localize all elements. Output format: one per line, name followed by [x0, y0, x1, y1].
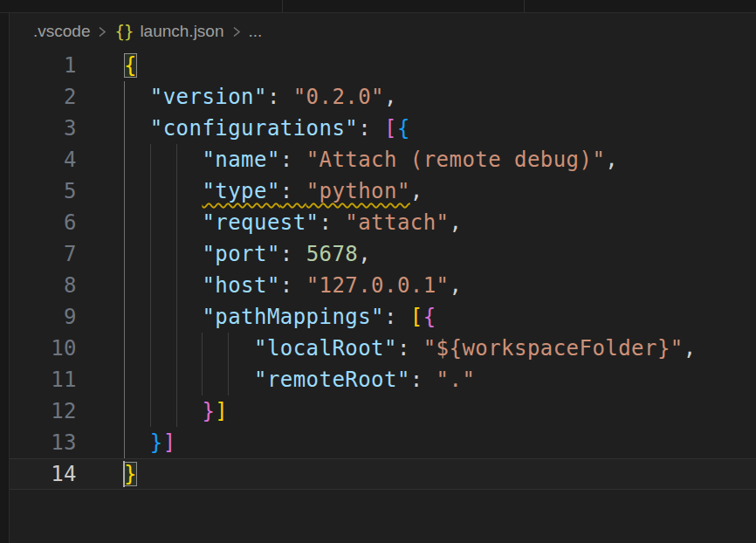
code-token: {	[423, 305, 436, 329]
code-text: "host": "127.0.0.1",	[124, 270, 462, 301]
text-cursor	[123, 461, 125, 487]
code-token: :	[397, 336, 423, 361]
code-text: "remoteRoot": "."	[124, 364, 475, 395]
code-token: ,	[384, 85, 397, 109]
code-token: :	[280, 273, 306, 298]
code-line[interactable]: 10 "localRoot": "${workspaceFolder}",	[0, 333, 756, 364]
code-token: :	[358, 116, 384, 141]
breadcrumb-folder[interactable]: .vscode	[33, 22, 90, 41]
breadcrumb-file[interactable]: launch.json	[140, 22, 223, 41]
code-token: "Attach (remote debug)"	[306, 148, 606, 172]
line-number[interactable]: 4	[9, 144, 77, 175]
code-token: "${workspaceFolder}"	[423, 336, 684, 361]
line-number[interactable]: 12	[9, 395, 77, 427]
code-token: ,	[605, 148, 618, 172]
code-token	[124, 179, 202, 203]
code-line[interactable]: 1{	[0, 50, 756, 81]
code-token: ,	[684, 336, 697, 361]
code-token: }	[124, 462, 137, 486]
code-line[interactable]: 11 "remoteRoot": "."	[0, 364, 756, 395]
code-token: ]	[163, 430, 176, 455]
line-number[interactable]: 6	[9, 207, 77, 238]
line-number[interactable]: 7	[9, 238, 77, 270]
code-line[interactable]: 14}	[0, 458, 756, 490]
line-number[interactable]: 13	[9, 427, 77, 458]
code-text: "pathMappings": [{	[124, 301, 436, 333]
breadcrumb: .vscode {} launch.json ...	[10, 13, 756, 50]
code-token: "python"	[306, 179, 410, 203]
code-line[interactable]: 6 "request": "attach",	[0, 207, 756, 238]
code-token: ,	[450, 273, 463, 298]
code-token: {	[397, 116, 410, 141]
code-token: "version"	[150, 85, 267, 109]
code-text: }]	[124, 395, 228, 427]
line-number[interactable]: 1	[9, 50, 77, 81]
code-token: }	[150, 430, 163, 455]
code-token	[124, 430, 150, 455]
code-token: "."	[436, 368, 476, 392]
code-token: "name"	[202, 148, 279, 172]
code-text: "version": "0.2.0",	[124, 81, 397, 113]
code-text: "type": "python",	[124, 175, 423, 207]
tab-bar	[0, 0, 756, 13]
line-number[interactable]: 3	[9, 113, 77, 144]
code-line[interactable]: 8 "host": "127.0.0.1",	[0, 270, 756, 301]
line-number[interactable]: 2	[9, 81, 77, 113]
code-token	[124, 85, 150, 109]
chevron-right-icon	[231, 24, 242, 39]
code-token: :	[280, 179, 306, 203]
code-token: "127.0.0.1"	[306, 273, 450, 298]
code-line[interactable]: 5 "type": "python",	[0, 175, 756, 207]
tab-separator	[282, 0, 283, 12]
code-line[interactable]: 13 }]	[0, 427, 756, 458]
code-text: "request": "attach",	[124, 207, 462, 238]
line-number[interactable]: 9	[9, 301, 77, 333]
code-line[interactable]: 12 }]	[0, 395, 756, 427]
breadcrumb-symbol-more[interactable]: ...	[249, 22, 263, 41]
line-number[interactable]: 11	[9, 364, 77, 395]
code-token: :	[267, 85, 293, 109]
code-token: ,	[358, 242, 371, 266]
code-token: "0.2.0"	[293, 85, 384, 109]
code-token: :	[320, 210, 346, 235]
code-token: "type"	[202, 179, 279, 203]
json-file-icon: {}	[114, 22, 133, 41]
code-token: {	[124, 53, 137, 78]
code-line[interactable]: 7 "port": 5678,	[0, 238, 756, 270]
code-token: "pathMappings"	[202, 305, 384, 329]
line-number[interactable]: 10	[9, 333, 77, 364]
code-token: ,	[450, 210, 463, 235]
code-token: "attach"	[345, 210, 449, 235]
code-token: [	[384, 116, 397, 141]
code-line[interactable]: 2 "version": "0.2.0",	[0, 81, 756, 113]
code-token: ]	[215, 399, 228, 423]
code-token: 5678	[306, 242, 359, 266]
code-token	[124, 305, 202, 329]
code-token: }	[202, 399, 215, 423]
code-token	[124, 242, 202, 266]
code-text: "port": 5678,	[124, 238, 371, 270]
sidebar-edge	[0, 0, 10, 543]
code-text: {	[124, 50, 137, 81]
code-line[interactable]: 9 "pathMappings": [{	[0, 301, 756, 333]
line-number[interactable]: 8	[9, 270, 77, 301]
tab-separator	[524, 0, 525, 12]
code-line[interactable]: 3 "configurations": [{	[0, 113, 756, 144]
code-editor[interactable]: 1{2 "version": "0.2.0",3 "configurations…	[0, 50, 756, 490]
code-token	[124, 273, 202, 298]
code-token	[124, 399, 202, 423]
code-text: "configurations": [{	[124, 113, 410, 144]
warning-squiggle: "type": "python"	[202, 179, 409, 203]
code-token	[124, 148, 202, 172]
code-token	[124, 116, 150, 141]
code-token: "port"	[202, 242, 279, 266]
chevron-right-icon	[97, 24, 107, 39]
line-number[interactable]: 5	[9, 175, 77, 207]
code-token	[124, 336, 254, 361]
code-text: }	[124, 458, 137, 490]
code-text: "name": "Attach (remote debug)",	[124, 144, 618, 175]
code-token: :	[384, 305, 410, 329]
code-line[interactable]: 4 "name": "Attach (remote debug)",	[0, 144, 756, 175]
line-number[interactable]: 14	[9, 458, 77, 490]
code-token: :	[280, 148, 306, 172]
